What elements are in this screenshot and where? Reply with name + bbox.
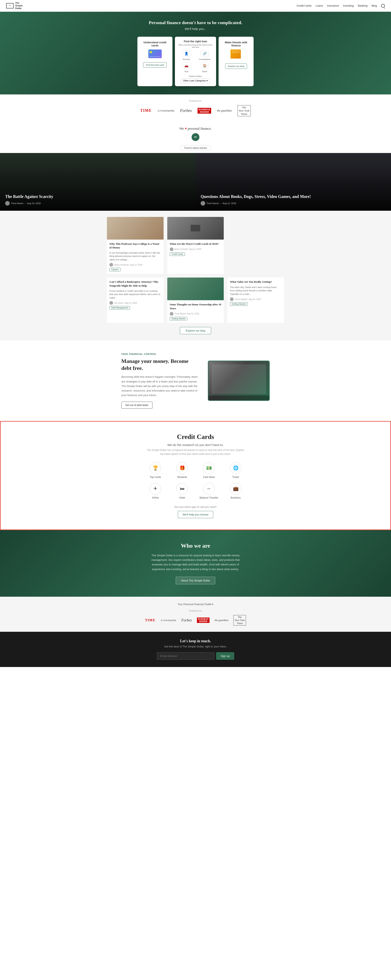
hero-cards-row: Understand credit cards Find the best ca… [128,37,263,86]
date-a3: Aug 13, 2018 [125,302,137,304]
explore-blog-button[interactable]: Explore our blog [225,64,247,69]
laptop-image-placeholder [208,361,270,401]
article-meta-4: Trent Hamm Aug 13, 2018 [170,312,222,316]
article-title-5: What Value Are You Really Getting? [230,280,282,284]
find-best-card-button[interactable]: Find the best card [143,62,167,68]
cash-back-icon: 💵 [203,462,215,474]
author-a4: Trent Hamm [174,313,186,315]
author-a1: Henry Housman [114,264,129,266]
rewards-label: Rewards [177,476,187,479]
about-button[interactable]: About The Simple Dollar [176,577,215,584]
author-a2: Henry Ziminski [174,248,188,250]
trending-badge[interactable]: Trend's latest articles [180,145,211,151]
footer-press-forbes: Forbes [181,618,192,622]
navbar: ■ The Simple Dollar Credit Cards Loans I… [0,0,391,12]
nav-banking[interactable]: Banking [358,4,367,7]
footer-press-business-insider: BUSINESSINSIDER [197,617,209,623]
date-a2: Aug 14, 2018 [189,248,201,250]
newsletter-signup-button[interactable]: Sign up [216,652,234,660]
tag-a2[interactable]: Credit Cards [170,252,185,256]
logo-text: The Simple Dollar [15,2,25,10]
tag-a3[interactable]: Debt Management [109,306,130,310]
press-forbes: Forbes [180,108,192,113]
loan-personal[interactable]: 👤 Personal [178,50,195,61]
cc-travel[interactable]: 🌐 Travel [224,462,247,479]
hotel-icon: 🛏 [176,483,188,495]
blog-hero-left[interactable]: The Battle Against Scarcity Trent Hamm –… [0,153,195,211]
article-title-2: What Are the Worst Credit Cards of 2018? [170,242,222,246]
debt-free-headline: Manage your money. Become debt free. [121,358,199,372]
search-icon[interactable] [381,4,385,8]
date-a1: Aug 14, 2018 [130,264,142,266]
airline-icon: ✈ [150,483,161,495]
loan-categories-dropdown[interactable]: Other Loan Categories ▾ [181,78,210,83]
article-excerpt-1: In our increasingly uncertain world, the… [109,251,161,261]
article-card-4[interactable]: Some Thoughts on Home Ownership after 10… [167,277,224,323]
footer-toolkit-label[interactable]: Your Personal Financial Toolkit ▾ [4,603,387,606]
article-img-4 [167,277,224,300]
footer-featured-label: Featured on: [4,609,387,612]
newsletter-email-input[interactable] [157,652,214,660]
debt-free-cta-button[interactable]: Get out of debt faster [121,402,152,409]
credit-box-title: Understand credit cards [141,41,169,47]
article-card-3[interactable]: Can't Afford a Bankruptcy Attorney? This… [107,277,163,323]
tag-a5[interactable]: Getting Started [230,302,247,306]
cc-cash-back[interactable]: 💵 Cash Back [198,462,220,479]
credit-cards-section: Credit Cards We do the research so you d… [125,423,266,528]
article-img-1 [107,217,163,240]
article-card-2[interactable]: What Are the Worst Credit Cards of 2018?… [167,217,224,274]
explore-blog-button-2[interactable]: Explore our blog [180,327,211,334]
date-a4: Aug 13, 2018 [187,313,199,315]
loan-home[interactable]: 🏠 Home [196,62,213,73]
featured-in-label: Featured on: [4,100,387,102]
article-title-3: Can't Afford a Bankruptcy Attorney? This… [109,280,161,288]
date-a5: Aug 16, 2018 [249,298,261,301]
who-we-are-headline: Who we are [6,542,385,549]
article-card-1[interactable]: Why This Professor Says College Is a Was… [107,217,163,274]
cc-airline[interactable]: ✈ Airline [144,483,167,500]
cc-top-cards[interactable]: 🏆 Top Cards [144,462,167,479]
nav-insurance[interactable]: Insurance [327,4,339,7]
cc-balance-transfer[interactable]: ↔ Balance Transfer [198,483,220,500]
credit-card-box: Understand credit cards Find the best ca… [138,37,173,86]
business-label: Business [231,496,241,499]
balance-transfer-icon: ↔ [203,483,215,495]
nav-investing[interactable]: Investing [343,4,354,7]
cc-hotel[interactable]: 🛏 Hotel [171,483,193,500]
nav-blog[interactable]: Blog [372,4,377,7]
loan-consolidation[interactable]: 🔗 Consolidation [196,50,213,61]
cc-subtitle: We do the research so you don't have to. [131,443,260,447]
business-icon: 💼 [230,483,241,495]
tag-a4[interactable]: Getting Started [170,317,187,320]
blog-hero-title-2: Questions About Books, Dogs, Stress, Vid… [201,194,386,199]
blog-hero-meta-1: Trent Hamm – Aug 14, 2018 [5,201,190,205]
footer-press-investopedia: ◎ Investopedia [161,619,176,622]
cc-business[interactable]: 💼 Business [224,483,247,500]
footer-press-time: TIME [145,618,155,622]
blog-hero-right[interactable]: Questions About Books, Dogs, Stress, Vid… [195,153,391,211]
invest-box-title: Make friends with finance [222,41,250,47]
loan-auto[interactable]: 🚗 Auto [178,62,195,73]
pencil-icon: ✏ [192,133,199,141]
nav-credit-cards[interactable]: Credit Cards [296,4,312,7]
hero-headline: Personal finance doesn't have to be comp… [4,20,387,25]
nav-loans[interactable]: Loans [316,4,323,7]
logo-icon: ■ [6,3,14,8]
cc-rewards[interactable]: 🎁 Rewards [171,462,193,479]
help-choose-button[interactable]: We'll help you choose [178,511,213,518]
press-business-insider: BUSINESSINSIDER [198,108,211,114]
book-icon [231,49,242,59]
cc-description: The Simple Dollar has compared thousands… [146,448,245,456]
cc-headline: Credit Cards [131,433,260,441]
who-we-are-body: The Simple Dollar is a resource for anyo… [146,553,245,571]
press-investopedia: ◎ Investopedia [158,109,174,112]
logo[interactable]: ■ The Simple Dollar [6,2,25,10]
article-meta-2: Henry Ziminski Aug 14, 2018 [170,247,222,251]
newsletter-form: Sign up [4,652,387,660]
tag-a1[interactable]: Careers [109,268,120,271]
date-2: Aug 13, 2018 [223,202,236,205]
article-excerpt-5: The other day, Sarah and I were coming h… [230,286,282,296]
article-card-5[interactable]: What Value Are You Really Getting? The o… [228,277,284,323]
nav-links: Credit Cards Loans Insurance Investing B… [296,4,385,8]
debt-free-section: TAKE FINANCIAL CONTROL Manage your money… [0,340,391,421]
